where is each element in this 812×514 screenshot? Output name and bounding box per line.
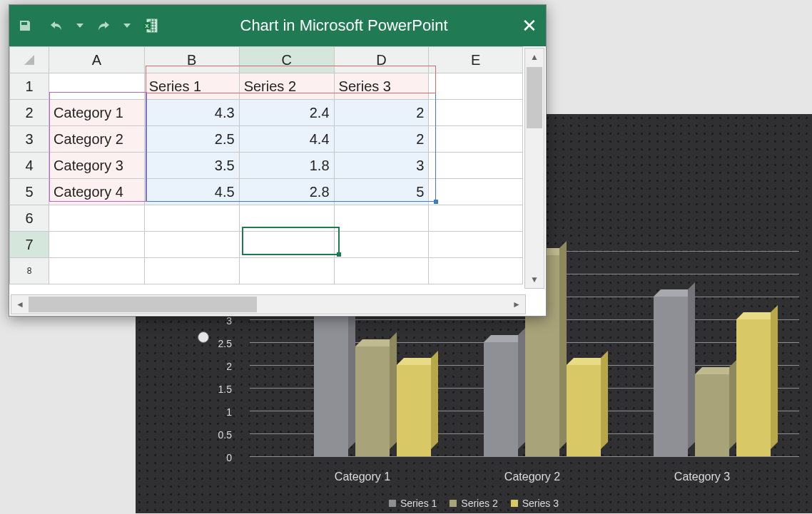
- chart-data-excel-window: X Chart in Microsoft PowerPoint ✕ A B C …: [9, 4, 547, 317]
- cell-B4[interactable]: 3.5: [144, 153, 239, 179]
- chart-bar-s3-c1[interactable]: [397, 365, 431, 456]
- row-header-2[interactable]: 2: [10, 100, 49, 126]
- cell-E3[interactable]: [429, 126, 523, 153]
- cell-A4[interactable]: Category 3: [49, 153, 145, 179]
- chart-category-label: Category 2: [504, 471, 560, 483]
- cell-D6[interactable]: [334, 205, 429, 232]
- cell-B3[interactable]: 2.5: [144, 126, 239, 153]
- cell-C7[interactable]: [239, 232, 334, 258]
- close-button[interactable]: ✕: [522, 15, 537, 37]
- legend-label: Series 2: [461, 498, 497, 509]
- cell-A7[interactable]: [49, 232, 145, 258]
- cell-A3[interactable]: Category 2: [49, 126, 145, 153]
- cell-E1[interactable]: [429, 73, 523, 100]
- cell-D4[interactable]: 3: [334, 153, 429, 179]
- redo-dropdown[interactable]: [122, 13, 132, 38]
- cell-C1[interactable]: Series 2: [239, 73, 334, 100]
- select-all-corner[interactable]: [10, 47, 49, 73]
- cell-D2[interactable]: 2: [334, 100, 429, 126]
- chart-gridline: [250, 456, 799, 457]
- scroll-right-button[interactable]: ►: [508, 295, 525, 314]
- cell-D3[interactable]: 2: [334, 126, 429, 153]
- chart-bar-s2-c1[interactable]: [355, 346, 390, 456]
- cell-B6[interactable]: [144, 205, 239, 232]
- cell-B5[interactable]: 4.5: [144, 179, 239, 205]
- chart-bar-s3-c2[interactable]: [567, 365, 601, 456]
- window-title: Chart in Microsoft PowerPoint: [166, 16, 522, 35]
- excel-app-icon: X: [138, 13, 163, 38]
- cell-E5[interactable]: [429, 179, 523, 205]
- row-header-6[interactable]: 6: [10, 205, 49, 232]
- horizontal-scrollbar[interactable]: ◄ ►: [11, 294, 526, 314]
- titlebar[interactable]: X Chart in Microsoft PowerPoint ✕: [9, 5, 546, 46]
- chart-legend[interactable]: Series 1 Series 2 Series 3: [389, 498, 559, 509]
- chart-category-label: Category 3: [674, 471, 730, 483]
- cell-C3[interactable]: 4.4: [239, 126, 334, 153]
- cell-E6[interactable]: [429, 205, 523, 232]
- cell-B2[interactable]: 4.3: [144, 100, 239, 126]
- legend-swatch-s2: [450, 500, 457, 507]
- cell-A2[interactable]: Category 1: [49, 100, 145, 126]
- legend-swatch-s3: [511, 500, 518, 507]
- undo-dropdown[interactable]: [75, 13, 85, 38]
- scroll-left-button[interactable]: ◄: [11, 295, 29, 314]
- vertical-scrollbar[interactable]: ▲ ▼: [524, 48, 544, 289]
- spreadsheet-grid[interactable]: A B C D E 1 Series 1 Series 2 Series 3 2…: [9, 46, 546, 289]
- vertical-scroll-thumb[interactable]: [527, 67, 542, 128]
- chart-bar-s3-c3[interactable]: [736, 319, 771, 456]
- col-header-A[interactable]: A: [49, 47, 145, 73]
- scroll-up-button[interactable]: ▲: [525, 48, 544, 66]
- cell-E4[interactable]: [429, 153, 523, 179]
- row-header-3[interactable]: 3: [10, 126, 49, 153]
- row-header-5[interactable]: 5: [10, 179, 49, 205]
- redo-button[interactable]: [91, 13, 116, 38]
- cell-C2[interactable]: 2.4: [239, 100, 334, 126]
- chart-bar-s1-c3[interactable]: [654, 297, 688, 456]
- row-header-1[interactable]: 1: [10, 73, 49, 100]
- cell-D7[interactable]: [334, 232, 429, 258]
- scroll-down-button[interactable]: ▼: [525, 271, 544, 288]
- chart-bar-s1-c1[interactable]: [314, 307, 348, 456]
- cell-D1[interactable]: Series 3: [334, 73, 429, 100]
- row-header-7[interactable]: 7: [10, 232, 49, 258]
- cell-D5[interactable]: 5: [334, 179, 429, 205]
- svg-text:X: X: [145, 23, 149, 29]
- undo-button[interactable]: [44, 13, 69, 38]
- row-header-4[interactable]: 4: [10, 153, 49, 179]
- cell-A6[interactable]: [49, 205, 145, 232]
- chart-bar-s2-c3[interactable]: [695, 374, 729, 456]
- cell-A5[interactable]: Category 4: [49, 179, 145, 205]
- cell-B1[interactable]: Series 1: [144, 73, 239, 100]
- col-header-C[interactable]: C: [239, 47, 334, 73]
- legend-label: Series 1: [400, 498, 437, 509]
- legend-swatch-s1: [389, 500, 396, 507]
- legend-label: Series 3: [522, 498, 559, 509]
- col-header-E[interactable]: E: [429, 47, 523, 73]
- col-header-D[interactable]: D: [334, 47, 429, 73]
- cell-E2[interactable]: [429, 100, 523, 126]
- cell-C4[interactable]: 1.8: [239, 153, 334, 179]
- cell-C6[interactable]: [239, 205, 334, 232]
- cell-E7[interactable]: [429, 232, 523, 258]
- cell-C5[interactable]: 2.8: [239, 179, 334, 205]
- row-header-8[interactable]: 8: [10, 258, 49, 284]
- save-button[interactable]: [12, 13, 38, 38]
- chart-category-label: Category 1: [335, 471, 390, 483]
- cell-A1[interactable]: [49, 73, 145, 100]
- cell-B7[interactable]: [144, 232, 239, 258]
- col-header-B[interactable]: B: [144, 47, 239, 73]
- horizontal-scroll-thumb[interactable]: [29, 297, 257, 312]
- chart-bar-s1-c2[interactable]: [484, 342, 518, 456]
